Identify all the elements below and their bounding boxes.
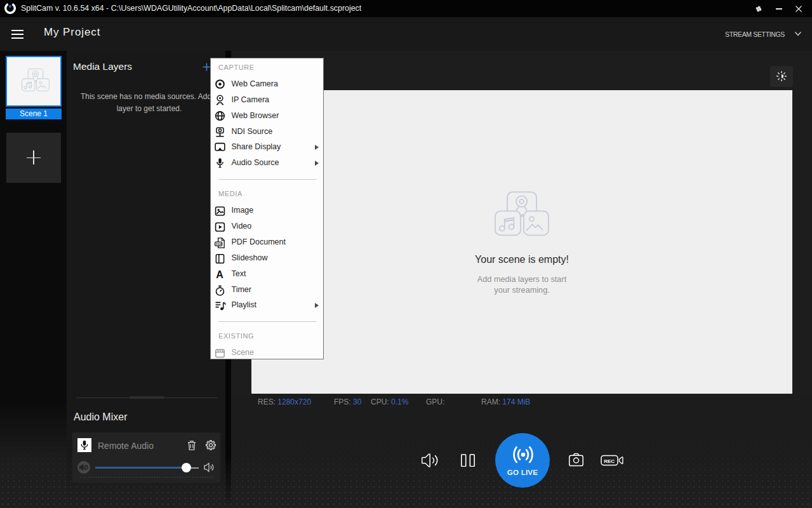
svg-text:PDF: PDF xyxy=(216,243,222,246)
svg-text:A: A xyxy=(216,269,223,280)
svg-text:REC: REC xyxy=(604,458,615,464)
